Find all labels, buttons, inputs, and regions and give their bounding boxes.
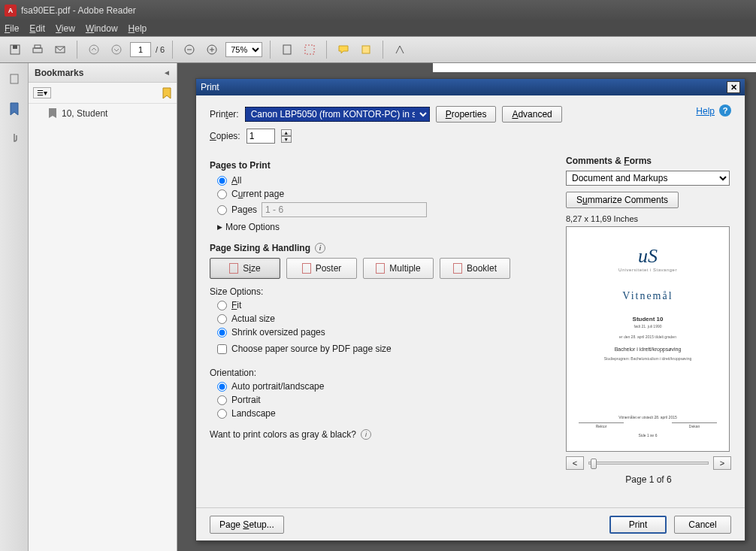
separator [77, 41, 77, 59]
read-mode-button[interactable] [391, 41, 409, 59]
help-link[interactable]: Help [696, 106, 715, 117]
sizing-title: Page Sizing & Handling [210, 243, 310, 253]
copies-input[interactable] [246, 129, 275, 144]
collapse-icon[interactable]: ◄ [163, 68, 171, 77]
toolbar: / 6 75% [0, 36, 756, 63]
preview-degree: Bachelor i idrett/kroppsøving [579, 347, 717, 352]
radio-current[interactable] [217, 189, 227, 199]
info-icon[interactable]: i [361, 429, 371, 440]
preview-next-button[interactable]: > [713, 456, 731, 470]
preview-doc-title: Vitnemål [579, 290, 717, 302]
preview-student-sub: født 21. juli 1990 [579, 324, 717, 328]
size-button[interactable]: Size [210, 258, 280, 279]
radio-pages[interactable] [217, 205, 227, 215]
preview-sig2: Dekan [672, 422, 717, 428]
radio-fit[interactable] [217, 301, 227, 310]
preview-date: Vitnemålet er utstedt 28. april 2015 [579, 415, 717, 419]
svg-rect-14 [362, 46, 370, 53]
thumbnails-tab[interactable] [6, 71, 23, 87]
separator [270, 41, 271, 59]
new-bookmark-icon[interactable] [162, 87, 172, 99]
booklet-button[interactable]: Booklet [440, 258, 510, 279]
more-options[interactable]: ▶More Options [217, 222, 533, 232]
email-button[interactable] [51, 41, 69, 59]
side-tabstrip [0, 63, 29, 551]
svg-rect-2 [33, 48, 42, 53]
zoom-select[interactable]: 75% [225, 42, 262, 57]
svg-rect-15 [11, 74, 18, 83]
comments-select[interactable]: Document and Markups [566, 171, 730, 186]
multiple-button[interactable]: Multiple [363, 258, 434, 279]
preview-student: Student 10 [579, 316, 717, 322]
comment-button[interactable] [334, 41, 352, 59]
close-icon[interactable]: ✕ [727, 81, 740, 93]
page-down-button[interactable] [107, 41, 125, 59]
svg-rect-1 [13, 45, 17, 49]
radio-shrink[interactable] [217, 328, 227, 338]
window-titlebar: A fsa90EE.pdf - Adobe Reader [0, 0, 756, 21]
bookmark-options-icon[interactable]: ☰▾ [33, 87, 51, 98]
copies-spinner[interactable]: ▲▼ [281, 129, 292, 143]
window-title: fsa90EE.pdf - Adobe Reader [21, 5, 136, 16]
radio-all-label: All [231, 175, 241, 186]
printer-label: Printer: [210, 109, 239, 120]
svg-rect-3 [35, 45, 41, 48]
zoom-in-button[interactable] [203, 41, 221, 59]
svg-point-6 [112, 45, 121, 54]
advanced-button[interactable]: Advanced [502, 106, 561, 123]
preview-slider[interactable] [588, 462, 709, 465]
radio-landscape[interactable] [217, 409, 227, 419]
preview-page-label: Page 1 of 6 [566, 474, 731, 485]
svg-rect-12 [283, 45, 291, 54]
cancel-button[interactable]: Cancel [674, 516, 731, 534]
menu-window[interactable]: Window [86, 23, 118, 34]
menu-file[interactable]: File [5, 23, 19, 34]
summarize-button[interactable]: Summarize Comments [566, 192, 679, 208]
page-setup-button[interactable]: Page Setup... [210, 516, 284, 534]
dialog-titlebar: Print ✕ [196, 79, 745, 95]
info-icon[interactable]: i [315, 243, 325, 253]
bookmark-item[interactable]: 10, Student [29, 104, 177, 123]
radio-landscape-label: Landscape [231, 408, 276, 419]
print-button[interactable] [29, 41, 47, 59]
radio-auto-orient[interactable] [217, 382, 227, 392]
print-confirm-button[interactable]: Print [609, 516, 667, 534]
radio-fit-label: Fit [231, 300, 241, 310]
radio-shrink-label: Shrink oversized pages [231, 327, 325, 338]
poster-button[interactable]: Poster [286, 258, 357, 279]
logo-icon: uS [579, 245, 717, 268]
menu-edit[interactable]: Edit [29, 23, 45, 34]
separator [326, 41, 327, 59]
printer-select[interactable]: Canon LBP5050 (from KONTOR-PC) in sess [245, 107, 430, 122]
tool-button-1[interactable] [278, 41, 296, 59]
radio-actual[interactable] [217, 314, 227, 324]
page-number-input[interactable] [130, 42, 151, 57]
bookmark-icon [48, 108, 57, 119]
attachments-tab[interactable] [6, 131, 23, 147]
save-button[interactable] [6, 41, 24, 59]
bookmarks-tab[interactable] [6, 101, 23, 117]
radio-portrait-label: Portrait [231, 395, 261, 405]
help-icon[interactable]: ? [719, 104, 731, 117]
preview-dimensions: 8,27 x 11,69 Inches [566, 214, 731, 223]
radio-all[interactable] [217, 176, 227, 186]
pages-range-input[interactable] [262, 202, 427, 217]
preview-prev-button[interactable]: < [566, 456, 584, 470]
menu-help[interactable]: Help [129, 23, 147, 34]
zoom-out-button[interactable] [180, 41, 198, 59]
check-paper-source-label: Choose paper source by PDF page size [231, 344, 392, 354]
menu-view[interactable]: View [56, 23, 75, 34]
radio-actual-label: Actual size [231, 313, 275, 324]
check-paper-source[interactable] [217, 344, 227, 354]
highlight-button[interactable] [357, 41, 375, 59]
tool-button-2[interactable] [301, 41, 319, 59]
page-count: / 6 [156, 45, 165, 54]
page-up-button[interactable] [85, 41, 103, 59]
pages-to-print-title: Pages to Print [210, 160, 533, 171]
svg-point-5 [89, 45, 98, 54]
menubar: File Edit View Window Help [0, 21, 756, 36]
properties-button[interactable]: Properties [436, 106, 497, 123]
bookmarks-panel: Bookmarks ◄ ☰▾ 10, Student [29, 63, 177, 551]
preview-sig1: Rektor [579, 422, 624, 428]
radio-portrait[interactable] [217, 395, 227, 405]
